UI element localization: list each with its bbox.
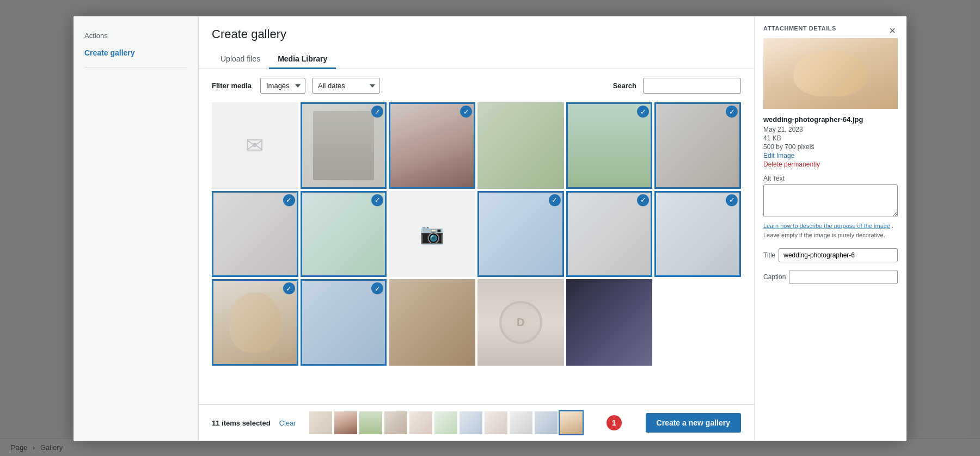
filter-date-select[interactable]: All dates January 2023 February 2023 (312, 78, 380, 94)
title-label: Title (763, 251, 775, 259)
title-input[interactable] (779, 248, 898, 262)
modal-overlay: Actions Create gallery Create gallery Up… (0, 0, 980, 456)
media-grid: ✉ ✓ ✓ (212, 102, 741, 366)
tabs-container: Upload files Media Library (212, 50, 741, 69)
media-item[interactable]: ✓ (389, 102, 475, 189)
attachment-preview-image (763, 38, 898, 109)
thumb-item[interactable] (510, 411, 532, 434)
media-grid-wrapper: ✉ ✓ ✓ (199, 102, 754, 404)
modal-header: Create gallery Upload files Media Librar… (199, 16, 754, 69)
alt-text-label: Alt Text (763, 175, 898, 182)
media-item[interactable]: 📷 (389, 191, 475, 278)
attachment-panel-title: ATTACHMENT DETAILS (763, 25, 898, 32)
media-item[interactable]: ✓ (301, 279, 387, 366)
media-item[interactable] (477, 102, 564, 189)
media-item[interactable]: ✓ (212, 191, 298, 278)
checkmark-icon: ✓ (726, 194, 738, 206)
attachment-dimensions: 500 by 700 pixels (763, 143, 898, 151)
search-input[interactable] (643, 78, 741, 94)
alt-text-input[interactable] (763, 184, 898, 217)
create-gallery-modal: Actions Create gallery Create gallery Up… (74, 16, 906, 441)
checkmark-icon: ✓ (549, 194, 561, 206)
caption-label: Caption (763, 273, 786, 281)
thumb-item[interactable] (384, 411, 407, 434)
email-icon: ✉ (246, 133, 264, 158)
attachment-details-panel: ATTACHMENT DETAILS wedding-photographer-… (754, 16, 906, 441)
media-footer: 11 items selected Clear 1 Create a (199, 404, 754, 441)
media-item[interactable]: ✓ (654, 102, 741, 189)
thumb-item[interactable] (434, 411, 457, 434)
search-label: Search (613, 82, 636, 90)
sidebar-actions-label: Actions (74, 27, 198, 44)
thumb-item[interactable] (409, 411, 432, 434)
checkmark-icon: ✓ (371, 282, 383, 294)
media-item[interactable]: ✓ (301, 102, 387, 189)
modal-title: Create gallery (212, 27, 741, 41)
checkmark-icon: ✓ (283, 282, 295, 294)
modal-main-content: Create gallery Upload files Media Librar… (199, 16, 754, 441)
thumb-item[interactable] (309, 411, 332, 434)
checkmark-icon: ✓ (371, 194, 383, 206)
badge-number: 1 (607, 415, 622, 430)
filter-bar: Filter media Images Audio Video All date… (199, 69, 754, 102)
thumb-item[interactable] (485, 411, 507, 434)
checkmark-icon: ✓ (371, 106, 383, 118)
attachment-filename: wedding-photographer-64.jpg (763, 115, 898, 124)
attachment-date: May 21, 2023 (763, 126, 898, 133)
modal-sidebar: Actions Create gallery (74, 16, 199, 441)
tab-upload-files[interactable]: Upload files (212, 50, 269, 69)
media-item[interactable]: ✓ (566, 102, 653, 189)
thumb-item-active[interactable] (560, 411, 583, 434)
thumb-item[interactable] (359, 411, 382, 434)
media-item[interactable]: ✓ (566, 191, 653, 278)
filter-type-select[interactable]: Images Audio Video (260, 78, 305, 94)
checkmark-icon: ✓ (283, 194, 295, 206)
caption-input[interactable] (789, 270, 898, 284)
delete-permanently-link[interactable]: Delete permanently (763, 161, 898, 168)
close-modal-button[interactable]: × (885, 23, 900, 38)
media-item[interactable] (566, 279, 653, 366)
checkmark-icon: ✓ (637, 106, 649, 118)
media-item[interactable]: ✉ (212, 102, 298, 189)
checkmark-icon: ✓ (637, 194, 649, 206)
camera-icon: 📷 (420, 223, 444, 245)
media-item[interactable]: ✓ (477, 191, 564, 278)
clear-selection-link[interactable]: Clear (279, 419, 296, 427)
checkmark-icon: ✓ (460, 106, 472, 118)
checkmark-icon: ✓ (726, 106, 738, 118)
filter-media-label: Filter media (212, 82, 252, 90)
sidebar-divider (84, 67, 187, 67)
selected-count: 11 items selected (212, 419, 271, 427)
sidebar-item-create-gallery[interactable]: Create gallery (74, 44, 198, 61)
create-new-gallery-button[interactable]: Create a new gallery (646, 413, 741, 433)
learn-how-link[interactable]: Learn how to describe the purpose of the… (763, 223, 890, 229)
thumb-item[interactable] (334, 411, 357, 434)
media-item[interactable]: ✓ (654, 191, 741, 278)
alt-text-description: Learn how to describe the purpose of the… (763, 221, 898, 239)
thumb-item[interactable] (460, 411, 482, 434)
media-item[interactable]: ✓ (301, 191, 387, 278)
tab-media-library[interactable]: Media Library (269, 50, 336, 69)
selected-thumbs-strip (309, 411, 583, 434)
edit-image-link[interactable]: Edit Image (763, 152, 898, 159)
thumb-item[interactable] (535, 411, 558, 434)
media-item-active[interactable]: ✓ (212, 279, 298, 366)
attachment-filesize: 41 KB (763, 134, 898, 142)
media-item[interactable] (389, 279, 475, 366)
media-item[interactable]: D (477, 279, 564, 366)
